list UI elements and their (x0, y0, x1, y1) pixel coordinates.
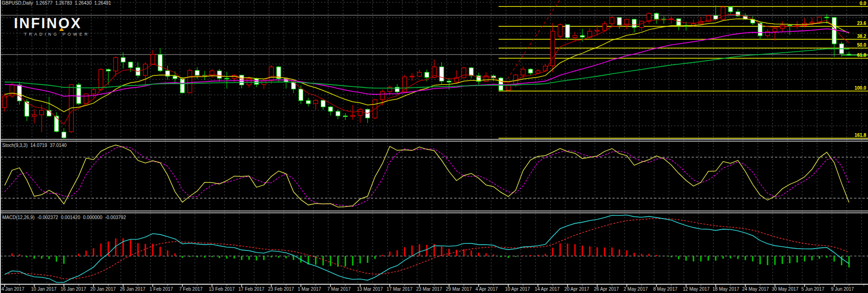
x-axis-date-label: 26 Jan 2017 (120, 287, 145, 292)
mt4-chart-window: GBPUSD,Daily1.265771.267831.264301.26491… (0, 0, 868, 293)
x-axis-date-label: 9 Jun 2017 (831, 287, 854, 292)
macd-zero-value: 0.000000 (83, 215, 102, 220)
infinox-logo-triangle-icon (59, 27, 64, 31)
x-axis-date-label: 23 Feb 2017 (268, 287, 294, 292)
fib-level-label: 61.8 (857, 53, 866, 58)
x-axis-date-label: 7 Feb 2017 (179, 287, 203, 292)
fib-level-label: 23.6 (857, 21, 866, 26)
fib-level-label: 0.0 (860, 1, 866, 6)
x-axis-date-label: 8 May 2017 (653, 287, 677, 292)
x-axis-date-label: 29 Mar 2017 (446, 287, 472, 292)
x-axis-date-label: 18 May 2017 (712, 287, 739, 292)
infinox-logo: INFINOX TRADING POWER (14, 17, 90, 37)
fib-level-label: 100.0 (855, 85, 866, 91)
ohlc-close: 1.26491 (94, 0, 111, 6)
x-axis-date-label: 12 May 2017 (683, 287, 710, 292)
stoch-name: Stoch(9,3,3) (2, 143, 27, 148)
x-axis-date-label: 4 Apr 2017 (475, 287, 498, 292)
stoch-d-value: 37.0140 (50, 143, 67, 148)
x-axis-date-label: 23 Mar 2017 (416, 287, 442, 292)
x-axis-date-label: 10 Jan 2017 (31, 287, 56, 292)
infinox-logo-subtext: TRADING POWER (24, 32, 90, 37)
x-axis-date-label: 17 Mar 2017 (387, 287, 412, 292)
x-axis-date-label: 10 Apr 2017 (505, 287, 530, 292)
price-chart-canvas[interactable] (0, 0, 868, 293)
ohlc-open: 1.26577 (36, 0, 52, 6)
macd-osma-value: 0.001420 (61, 215, 81, 220)
symbol-period: GBPUSD,Daily (2, 0, 33, 6)
ohlc-high: 1.26783 (55, 0, 72, 6)
x-axis-date-label: 13 Feb 2017 (209, 287, 235, 292)
x-axis-date-label: 1 Mar 2017 (298, 287, 321, 292)
x-axis-date-label: 24 May 2017 (742, 287, 769, 292)
stochastic-indicator-label: Stoch(9,3,3)14.071937.0140 (2, 143, 69, 148)
macd-indicator-label: MACD(12,26,9)-0.0023720.0014200.000000-0… (2, 215, 129, 220)
fib-level-label: 38.2 (857, 34, 866, 39)
stoch-k-value: 14.0719 (30, 143, 47, 148)
x-axis-date-label: 5 Jun 2017 (801, 287, 824, 292)
fib-level-label: 50.0 (857, 43, 866, 48)
x-axis-date-label: 2 May 2017 (624, 287, 648, 292)
ohlc-low: 1.26430 (75, 0, 92, 6)
macd-name: MACD(12,26,9) (2, 215, 34, 220)
macd-signal-value: -0.003792 (105, 215, 126, 220)
fib-level-label: 161.8 (855, 133, 866, 138)
x-axis-date-label: 30 May 2017 (772, 287, 799, 292)
x-axis-date-label: 4 Jan 2017 (1, 287, 25, 292)
x-axis-date-label: 17 Feb 2017 (238, 287, 264, 292)
x-axis-date-label: 16 Jan 2017 (61, 287, 86, 292)
symbol-ohlc-label: GBPUSD,Daily1.265771.267831.264301.26491 (2, 0, 114, 6)
x-axis-date-label: 20 Jan 2017 (90, 287, 116, 292)
x-axis-date-label: 14 Apr 2017 (535, 287, 560, 292)
x-axis-date-label: 13 Mar 2017 (357, 287, 383, 292)
x-axis-date-label: 26 Apr 2017 (594, 287, 619, 292)
x-axis-date-label: 1 Feb 2017 (150, 287, 173, 292)
x-axis-date-label: 20 Apr 2017 (564, 287, 589, 292)
x-axis-date-label: 7 Mar 2017 (327, 287, 351, 292)
infinox-logo-text: INFINOX (14, 17, 90, 31)
window-left-border (0, 0, 1, 293)
macd-main-value: -0.002372 (37, 215, 58, 220)
